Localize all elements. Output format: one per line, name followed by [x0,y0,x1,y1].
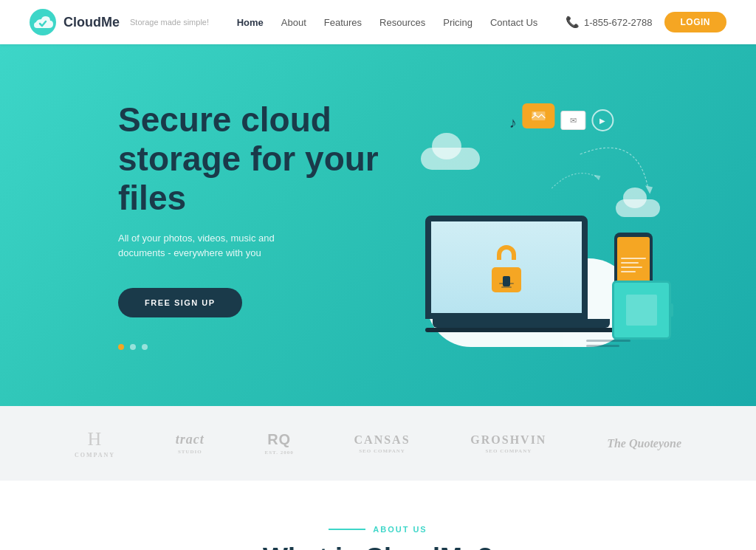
nav-home[interactable]: Home [237,17,264,28]
phone-area: 📞 1-855-672-2788 [566,16,653,29]
hero-dots [118,344,399,350]
email-icon: ✉ [560,111,585,130]
bottom-bars-decoration [586,340,630,347]
main-nav: Home About Features Resources Pricing Co… [237,17,538,28]
header: CloudMe Storage made simple! Home About … [0,0,756,44]
partner-logo-h: H COMPANY [75,428,115,458]
partner-logo-cansas: CANSAS SEO COMPANY [354,433,410,454]
partners-section: H COMPANY tract STUDIO RQ EST. 2000 CANS… [0,406,756,481]
partner-logo-tract: tract STUDIO [176,432,205,455]
image-card-icon [522,103,554,128]
laptop-screen [425,216,588,319]
about-line-left [329,529,365,530]
tablet-device [612,281,671,340]
brand-tagline: Storage made simple! [130,18,209,27]
partner-logo-groshvin: GROSHVIN SEO COMPANY [470,433,546,454]
hero-title: Secure cloud storage for your files [118,100,399,218]
partner-logo-rq: RQ EST. 2000 [265,431,294,456]
dot-3[interactable] [142,344,148,350]
logo-area: CloudMe Storage made simple! [30,9,209,35]
about-label: ABOUT US [30,525,726,534]
nav-pricing[interactable]: Pricing [443,17,472,28]
partner-logo-quoteyone: The Quoteyone [607,437,681,450]
play-icon: ▶ [591,109,614,131]
svg-marker-2 [594,175,600,181]
cloud-small-1 [421,148,480,170]
floating-media-icons: ♪ ✉ ▶ [509,103,614,131]
nav-about[interactable]: About [281,17,306,28]
logo-icon [30,9,56,35]
about-section: ABOUT US What is CloudMe? [0,481,756,550]
nav-contact[interactable]: Contact Us [490,17,537,28]
cloud-small-2 [616,199,660,217]
dot-2[interactable] [130,344,136,350]
laptop [425,216,617,332]
phone-number: 1-855-672-2788 [584,17,653,28]
about-title: What is CloudMe? [30,543,726,550]
phone-icon: 📞 [566,16,580,29]
hero-illustration: ♪ ✉ ▶ [399,89,682,362]
cta-button[interactable]: FREE SIGN UP [118,288,242,317]
hero-subtitle: All of your photos, videos, music and do… [118,231,310,262]
nav-resources[interactable]: Resources [379,17,425,28]
svg-rect-6 [626,295,657,326]
dot-1[interactable] [118,344,124,350]
svg-marker-1 [645,185,653,194]
svg-point-5 [533,112,536,115]
music-icon: ♪ [509,114,516,131]
header-right: 📞 1-855-672-2788 LOGIN [566,12,726,32]
hero-content: Secure cloud storage for your files All … [118,100,399,350]
nav-features[interactable]: Features [324,17,362,28]
lock-icon [492,242,521,292]
login-button[interactable]: LOGIN [664,12,727,32]
hero-section: Secure cloud storage for your files All … [0,44,756,406]
brand-name: CloudMe [63,15,120,30]
about-tag: ABOUT US [373,525,427,534]
